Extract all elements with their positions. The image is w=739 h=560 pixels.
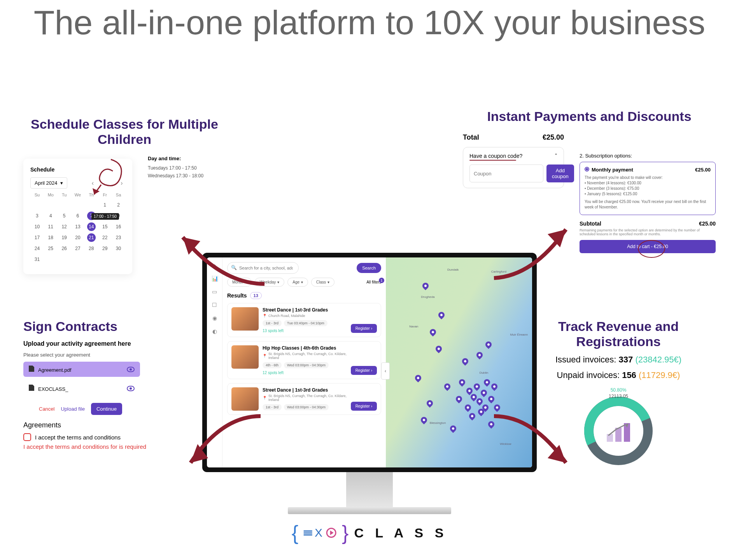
agreement-item-selected[interactable]: Agreement.pdf bbox=[23, 362, 140, 377]
chevron-up-icon[interactable]: ˄ bbox=[555, 153, 557, 159]
calendar-day[interactable]: 16 bbox=[112, 221, 125, 232]
prev-month-icon[interactable]: ‹ bbox=[89, 180, 96, 187]
map-pin-icon[interactable] bbox=[490, 382, 499, 391]
filter-pill[interactable]: Weekday ▾ bbox=[255, 278, 285, 287]
upload-file-link[interactable]: Upload file bbox=[61, 406, 84, 412]
map-pin-icon[interactable] bbox=[458, 378, 467, 387]
calendar-day[interactable]: 19 bbox=[58, 232, 71, 243]
map-pin-icon[interactable] bbox=[414, 374, 423, 383]
calendar-day[interactable]: 21 bbox=[84, 232, 98, 243]
home-icon[interactable]: ⌂ bbox=[212, 262, 218, 268]
accept-terms-checkbox[interactable] bbox=[23, 433, 31, 441]
unpaid-value: (11729.9€) bbox=[639, 370, 680, 380]
map-pin-icon[interactable] bbox=[443, 382, 452, 391]
settings-icon[interactable]: ◐ bbox=[212, 328, 218, 334]
search-input[interactable] bbox=[227, 262, 299, 274]
calendar-day[interactable]: 25 bbox=[44, 243, 58, 254]
result-tag: 1st - 3rd bbox=[263, 320, 282, 326]
bracket-right-icon: } bbox=[342, 521, 348, 544]
calendar-day[interactable]: 23 bbox=[112, 232, 125, 243]
calendar-day[interactable]: 10 bbox=[30, 221, 44, 232]
map-pin-icon[interactable] bbox=[475, 351, 484, 360]
bookmark-icon[interactable]: ☐ bbox=[212, 302, 218, 308]
search-button[interactable]: Search bbox=[357, 263, 381, 273]
monthly-payment-option[interactable]: Monthly payment€25.00 The payment you're… bbox=[580, 162, 716, 215]
issued-label: Issued invoices: bbox=[555, 355, 619, 364]
eye-icon[interactable] bbox=[127, 386, 135, 391]
calendar-day[interactable]: 17 bbox=[30, 232, 44, 243]
document-icon[interactable]: ▭ bbox=[212, 289, 218, 295]
add-coupon-button[interactable]: Add coupon bbox=[546, 164, 574, 182]
result-card[interactable]: Street Dance | 1st-3rd Grades📍Church Roa… bbox=[227, 303, 381, 337]
map-pin-icon[interactable] bbox=[483, 378, 492, 387]
cancel-link[interactable]: Cancel bbox=[39, 406, 54, 412]
map-pin-icon[interactable] bbox=[455, 395, 464, 404]
results-header: Results bbox=[227, 292, 247, 299]
continue-button[interactable]: Continue bbox=[91, 403, 122, 415]
calendar-day[interactable]: 2 bbox=[112, 200, 125, 210]
map-pin-icon[interactable] bbox=[449, 424, 458, 433]
map-pin-icon[interactable] bbox=[461, 357, 469, 366]
register-button[interactable]: Register › bbox=[351, 402, 377, 411]
calendar-day[interactable]: 31 bbox=[30, 254, 44, 265]
eye-icon[interactable] bbox=[127, 367, 135, 372]
map-pin-icon[interactable] bbox=[493, 403, 502, 412]
map-pin-icon[interactable] bbox=[484, 340, 493, 349]
calendar-day[interactable]: 27 bbox=[71, 243, 85, 254]
map-pin-icon[interactable] bbox=[487, 395, 496, 404]
map-pin-icon[interactable] bbox=[487, 420, 496, 429]
all-filters-link[interactable]: All filters1 bbox=[366, 280, 381, 284]
calendar-day[interactable]: 3 bbox=[30, 210, 44, 221]
calendar-day[interactable]: 22 bbox=[98, 232, 112, 243]
calendar-day[interactable]: 14 bbox=[84, 221, 98, 232]
calendar-day[interactable]: 29 bbox=[98, 243, 112, 254]
analytics-icon[interactable]: 📊 bbox=[212, 275, 218, 282]
result-card[interactable]: Street Dance | 1st-3rd Grades📍St. Brigid… bbox=[227, 383, 381, 415]
filter-pill[interactable]: Age ▾ bbox=[287, 278, 308, 287]
total-value: €25.00 bbox=[543, 133, 564, 142]
map-pin-icon[interactable] bbox=[468, 411, 477, 420]
calendar-day[interactable]: 28 bbox=[84, 243, 98, 254]
calendar-day[interactable]: 18 bbox=[44, 232, 58, 243]
calendar-day bbox=[112, 254, 125, 265]
filter-pill[interactable]: Class ▾ bbox=[311, 278, 334, 287]
calendar-day[interactable]: 13 bbox=[71, 221, 85, 232]
coupon-input[interactable] bbox=[469, 164, 543, 182]
donut-value: 12113.05 bbox=[609, 394, 628, 399]
calendar-day[interactable]: 12 bbox=[58, 221, 71, 232]
map-pin-icon[interactable] bbox=[421, 281, 430, 290]
register-button[interactable]: Register › bbox=[351, 324, 377, 333]
register-button[interactable]: Register › bbox=[351, 366, 377, 375]
map-pin-icon[interactable] bbox=[472, 382, 481, 391]
map-view[interactable]: ‹ DroghedaDundalkCarlingfordNavanDublinB… bbox=[386, 257, 532, 467]
schedule-section-title: Schedule Classes for Multiple Children bbox=[23, 117, 226, 147]
calendar-day[interactable]: 30 bbox=[112, 243, 125, 254]
map-pin-icon[interactable] bbox=[428, 327, 437, 336]
result-card[interactable]: Hip Hop Classes | 4th-6th Grades📍St. Bri… bbox=[227, 341, 381, 379]
map-pin-icon[interactable] bbox=[420, 416, 429, 425]
calendar-day[interactable]: 6 bbox=[71, 210, 85, 221]
calendar-day[interactable]: 11 bbox=[44, 221, 58, 232]
radio-selected-icon bbox=[585, 167, 589, 172]
collapse-panel-button[interactable]: ‹ bbox=[381, 362, 390, 380]
add-to-cart-button[interactable]: Add to cart - €25.00 bbox=[580, 240, 716, 253]
map-pin-icon[interactable] bbox=[426, 399, 434, 408]
map-pin-icon[interactable] bbox=[437, 311, 446, 320]
calendar-day[interactable]: 1 bbox=[98, 200, 112, 210]
filter-pill[interactable]: Month ▾ bbox=[227, 278, 252, 287]
calendar-day[interactable]: 5 bbox=[58, 210, 71, 221]
calendar-day[interactable]: 26 bbox=[58, 243, 71, 254]
map-pin-icon[interactable] bbox=[464, 403, 473, 412]
day-time-row: Tuesdays 17:00 - 17:50 bbox=[148, 165, 203, 171]
calendar-day[interactable]: 15 bbox=[98, 221, 112, 232]
agreement-item[interactable]: EXOCLASS_ bbox=[23, 381, 140, 396]
next-month-icon[interactable]: › bbox=[118, 180, 125, 187]
globe-icon[interactable]: ◉ bbox=[212, 315, 218, 321]
map-pin-icon[interactable] bbox=[434, 344, 443, 353]
calendar-day[interactable]: 24 bbox=[30, 243, 44, 254]
calendar-day[interactable]: 4 bbox=[44, 210, 58, 221]
donut-percent: 50.80% bbox=[611, 387, 627, 393]
calendar-day[interactable]: 20 bbox=[71, 232, 85, 243]
map-pin-icon[interactable] bbox=[480, 388, 489, 397]
month-select[interactable]: April 2024 ▾ bbox=[30, 177, 67, 189]
